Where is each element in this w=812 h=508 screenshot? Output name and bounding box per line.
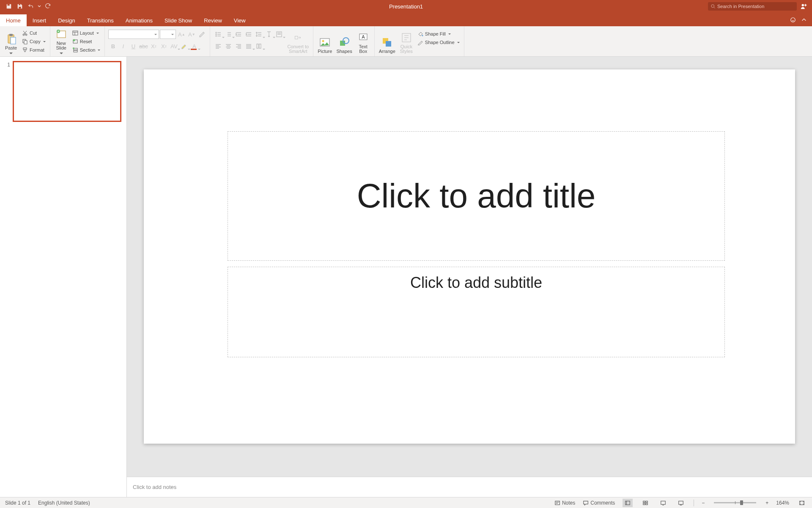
bullets-button[interactable] (214, 30, 223, 39)
columns-button[interactable] (254, 41, 263, 51)
workarea: 1 Click to add title Click to add subtit… (0, 57, 812, 497)
underline-button[interactable]: U (129, 41, 138, 51)
normal-view-button[interactable] (623, 499, 633, 507)
svg-rect-13 (24, 41, 27, 44)
fit-window-button[interactable] (797, 499, 807, 507)
cut-button[interactable]: Cut (20, 29, 47, 37)
slide-thumbnails-pane[interactable]: 1 (0, 57, 127, 497)
zoom-out-button[interactable]: − (702, 500, 705, 506)
clear-format-button[interactable] (197, 30, 206, 39)
superscript-button[interactable]: X2 (149, 41, 158, 51)
ribbon-home: Paste Cut Copy Format New Slide Layout R… (0, 26, 812, 57)
tab-slideshow[interactable]: Slide Show (159, 14, 198, 26)
tab-view[interactable]: View (228, 14, 252, 26)
svg-point-6 (791, 18, 796, 22)
paste-icon (5, 33, 17, 45)
share-button[interactable] (800, 2, 808, 11)
italic-button[interactable]: I (118, 41, 128, 51)
picture-button[interactable]: Picture (316, 28, 334, 55)
format-icon (22, 47, 28, 53)
paste-button[interactable]: Paste (3, 28, 19, 55)
shape-outline-button[interactable]: Shape Outline (416, 39, 461, 46)
section-button[interactable]: Section (71, 46, 102, 54)
title-bar: Presentation1 Search in Presentation (0, 0, 812, 13)
zoom-slider[interactable] (714, 502, 756, 503)
redo-button[interactable] (43, 2, 52, 11)
collapse-ribbon-button[interactable] (799, 15, 809, 25)
search-box[interactable]: Search in Presentation (708, 2, 797, 11)
layout-button[interactable]: Layout (71, 29, 102, 37)
save-button[interactable] (15, 2, 25, 11)
align-center-button[interactable] (224, 41, 233, 51)
shape-fill-button[interactable]: Shape Fill (416, 30, 461, 38)
comments-icon (583, 500, 589, 506)
zoom-value[interactable]: 164% (776, 500, 789, 506)
format-painter-button[interactable]: Format (20, 46, 47, 54)
justify-button[interactable] (244, 41, 253, 51)
tab-transitions[interactable]: Transitions (81, 14, 120, 26)
svg-rect-16 (73, 31, 78, 35)
language-status[interactable]: English (United States) (38, 500, 90, 506)
textbox-button[interactable]: A Text Box (355, 28, 372, 55)
undo-dropdown[interactable] (37, 2, 41, 11)
reading-view-button[interactable] (658, 499, 668, 507)
indent-inc-button[interactable] (244, 30, 253, 39)
svg-point-28 (322, 40, 324, 42)
slide-counter[interactable]: Slide 1 of 1 (5, 500, 30, 506)
new-slide-button[interactable]: New Slide (53, 28, 70, 55)
title-placeholder[interactable]: Click to add title (228, 131, 725, 261)
subscript-button[interactable]: X2 (159, 41, 168, 51)
zoom-in-button[interactable]: + (765, 500, 768, 506)
svg-point-24 (216, 36, 217, 36)
align-text-button[interactable] (274, 30, 284, 39)
thumbnail-slide-1[interactable] (13, 61, 121, 122)
char-spacing-button[interactable]: AV (169, 41, 178, 51)
feedback-icon[interactable] (788, 15, 798, 25)
align-left-button[interactable] (214, 41, 223, 51)
tab-design[interactable]: Design (52, 14, 81, 26)
section-icon (72, 47, 78, 53)
font-color-button[interactable]: A (189, 41, 199, 51)
layout-icon (72, 30, 78, 36)
slide[interactable]: Click to add title Click to add subtitle (144, 69, 795, 444)
comments-button[interactable]: Comments (583, 500, 615, 506)
tab-review[interactable]: Review (198, 14, 228, 26)
copy-button[interactable]: Copy (20, 38, 47, 45)
chevron-down-icon (60, 52, 63, 54)
align-right-button[interactable] (234, 41, 243, 51)
font-family-combo[interactable] (108, 30, 159, 39)
slideshow-view-button[interactable] (676, 499, 686, 507)
svg-rect-41 (643, 503, 645, 505)
reset-button[interactable]: Reset (71, 38, 102, 45)
undo-button[interactable] (26, 2, 36, 11)
text-direction-button[interactable] (264, 30, 274, 39)
bold-button[interactable]: B (108, 41, 118, 51)
autosave-icon[interactable] (4, 2, 14, 11)
indent-dec-button[interactable] (234, 30, 243, 39)
notes-button[interactable]: Notes (554, 500, 575, 506)
line-spacing-button[interactable] (254, 30, 263, 39)
sorter-view-button[interactable] (640, 499, 650, 507)
strike-button[interactable]: abc (139, 41, 148, 51)
shapes-icon (338, 36, 350, 48)
svg-rect-34 (386, 41, 391, 47)
shapes-button[interactable]: Shapes (335, 28, 354, 55)
convert-smartart-button[interactable]: Convert to SmartArt (285, 28, 310, 55)
tab-home[interactable]: Home (0, 14, 27, 26)
shrink-font-button[interactable]: A▼ (187, 30, 196, 39)
tab-insert[interactable]: Insert (27, 14, 52, 26)
quick-styles-button[interactable]: Quick Styles (398, 28, 415, 55)
grow-font-button[interactable]: A▲ (177, 30, 186, 39)
arrange-button[interactable]: Arrange (377, 28, 397, 55)
notes-pane[interactable]: Click to add notes (127, 477, 812, 497)
slide-canvas-area: Click to add title Click to add subtitle… (127, 57, 812, 497)
thumbnail-item[interactable]: 1 (5, 61, 121, 122)
subtitle-placeholder[interactable]: Click to add subtitle (228, 267, 725, 357)
numbering-button[interactable] (224, 30, 233, 39)
tab-animations[interactable]: Animations (120, 14, 159, 26)
font-size-combo[interactable] (160, 30, 176, 39)
svg-rect-20 (74, 50, 77, 52)
highlight-button[interactable] (179, 41, 189, 51)
slide-scroll[interactable]: Click to add title Click to add subtitle (127, 57, 812, 477)
quick-access-toolbar (0, 2, 52, 11)
